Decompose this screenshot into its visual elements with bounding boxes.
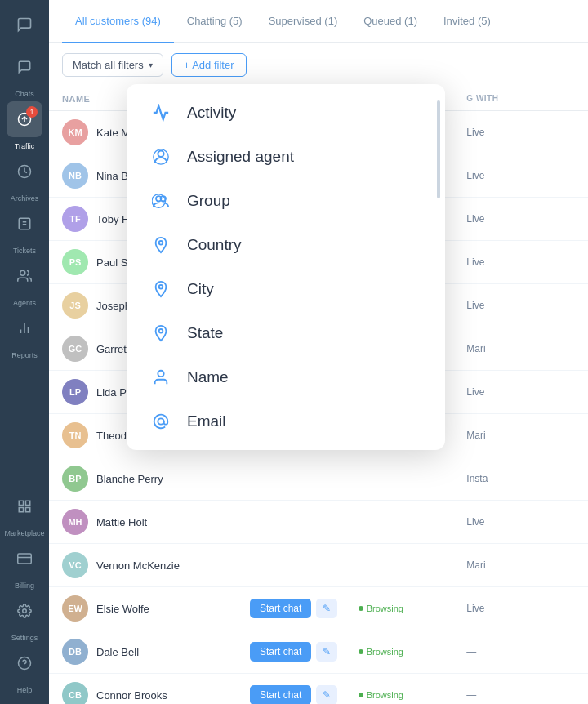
table-row: DB Dale Bell Start chat ✎ Browsing — — [49, 630, 588, 674]
assigned-agent-icon — [149, 148, 172, 166]
sidebar-label-reports: Reports — [11, 351, 38, 359]
chat-bubble-icon — [7, 7, 42, 42]
group-icon — [149, 192, 172, 210]
edit-button[interactable]: ✎ — [316, 685, 337, 704]
svg-point-16 — [23, 609, 27, 613]
filter-option-state[interactable]: State — [127, 311, 445, 355]
sidebar-item-help[interactable]: Help — [7, 645, 42, 694]
filter-label-assigned-agent: Assigned agent — [187, 148, 294, 166]
filter-option-name[interactable]: Name — [127, 355, 445, 399]
email-at-icon — [149, 412, 172, 430]
customer-cell: MH Mattie Holt — [62, 509, 250, 535]
avatar: VC — [62, 552, 88, 578]
billing-icon — [7, 541, 42, 577]
start-chat-button[interactable]: Start chat — [250, 642, 311, 662]
country-pin-icon — [149, 236, 172, 254]
traffic-badge: 1 — [26, 106, 38, 118]
marketplace-icon — [7, 488, 42, 524]
sidebar-item-tickets[interactable]: Tickets — [7, 206, 42, 255]
tab-invited[interactable]: Invited (5) — [430, 0, 504, 43]
avatar: KM — [62, 119, 88, 145]
city-pin-icon — [149, 280, 172, 298]
chats-icon — [7, 49, 42, 85]
filter-dropdown: Activity Assigned agent Group — [127, 84, 445, 450]
svg-point-6 — [20, 270, 25, 275]
tab-chatting[interactable]: Chatting (5) — [174, 0, 256, 43]
sidebar-item-billing[interactable]: Billing — [7, 541, 42, 590]
filter-label-activity: Activity — [187, 104, 236, 122]
settings-icon — [7, 593, 42, 629]
filter-option-email[interactable]: Email — [127, 399, 445, 443]
table-row: BP Blanche Perry Insta — [49, 457, 588, 501]
sidebar-item-chat-bubble[interactable] — [7, 7, 42, 46]
add-filter-button[interactable]: + Add filter — [172, 53, 247, 77]
sidebar-item-archives[interactable]: Archives — [7, 154, 42, 203]
customer-name: Elsie Wolfe — [96, 603, 149, 615]
table-row: CB Connor Brooks Start chat ✎ Browsing — — [49, 674, 588, 704]
customer-cell: DB Dale Bell — [62, 639, 250, 665]
customer-name: Vernon McKenzie — [96, 559, 180, 572]
table-row: MH Mattie Holt Live — [49, 501, 588, 544]
filter-option-assigned-agent[interactable]: Assigned agent — [127, 135, 445, 179]
svg-rect-13 — [26, 508, 30, 512]
sidebar-label-settings: Settings — [11, 634, 38, 642]
customer-name: Mattie Holt — [96, 516, 147, 528]
filter-option-group[interactable]: Group — [127, 179, 445, 223]
sidebar-item-reports[interactable]: Reports — [7, 310, 42, 359]
sidebar: Chats 1 Traffic Archives Tickets — [0, 0, 49, 704]
avatar: GC — [62, 336, 88, 362]
sidebar-item-settings[interactable]: Settings — [7, 593, 42, 642]
sidebar-item-chats[interactable]: Chats — [7, 49, 42, 98]
activity-icon — [149, 104, 172, 122]
customer-cell: VC Vernon McKenzie — [62, 552, 250, 578]
sidebar-label-marketplace: Marketplace — [4, 529, 44, 537]
reports-icon — [7, 310, 42, 346]
avatar: EW — [62, 595, 88, 622]
sidebar-item-agents[interactable]: Agents — [7, 258, 42, 307]
avatar: CB — [62, 682, 88, 704]
start-chat-button[interactable]: Start chat — [250, 599, 311, 618]
svg-point-25 — [159, 285, 163, 289]
filter-label-state: State — [187, 324, 223, 342]
state-pin-icon — [149, 324, 172, 342]
start-chat-button[interactable]: Start chat — [250, 685, 311, 704]
sidebar-label-tickets: Tickets — [13, 247, 36, 255]
browsing-status: Browsing — [359, 647, 467, 657]
avatar: NB — [62, 163, 88, 189]
filter-label-city: City — [187, 280, 214, 298]
customer-name: Dale Bell — [96, 646, 139, 658]
help-icon — [7, 645, 42, 681]
toolbar: Match all filters ▾ + Add filter — [49, 43, 588, 87]
tab-queued[interactable]: Queued (1) — [350, 0, 430, 43]
filter-option-country[interactable]: Country — [127, 223, 445, 267]
tab-supervised[interactable]: Supervised (1) — [256, 0, 351, 43]
svg-rect-10 — [19, 501, 23, 505]
sidebar-label-help: Help — [17, 686, 33, 694]
tab-all-customers[interactable]: All customers (94) — [62, 0, 174, 43]
avatar: PS — [62, 249, 88, 275]
filter-option-city[interactable]: City — [127, 267, 445, 311]
customer-cell: EW Elsie Wolfe — [62, 595, 250, 622]
filter-label-country: Country — [187, 236, 242, 254]
filter-option-activity[interactable]: Activity — [127, 91, 445, 135]
traffic-icon: 1 — [7, 101, 42, 137]
sidebar-item-marketplace[interactable]: Marketplace — [4, 488, 44, 537]
svg-rect-14 — [18, 554, 32, 564]
customer-cell: BP Blanche Perry — [62, 466, 250, 492]
avatar: TF — [62, 206, 88, 232]
customer-cell: CB Connor Brooks — [62, 682, 250, 704]
table-row: EW Elsie Wolfe Start chat ✎ Browsing Liv… — [49, 587, 588, 630]
match-all-filters-button[interactable]: Match all filters ▾ — [62, 53, 163, 77]
avatar: JS — [62, 292, 88, 319]
svg-rect-12 — [19, 508, 23, 512]
svg-point-19 — [158, 151, 163, 157]
sidebar-label-traffic: Traffic — [15, 142, 35, 150]
chevron-down-icon: ▾ — [149, 60, 153, 69]
svg-point-26 — [159, 329, 163, 333]
customer-name: Connor Brooks — [96, 689, 167, 702]
svg-point-28 — [158, 418, 163, 424]
sidebar-item-traffic[interactable]: 1 Traffic — [7, 101, 42, 150]
edit-button[interactable]: ✎ — [316, 599, 337, 618]
edit-button[interactable]: ✎ — [316, 642, 337, 662]
browsing-status: Browsing — [359, 604, 467, 613]
